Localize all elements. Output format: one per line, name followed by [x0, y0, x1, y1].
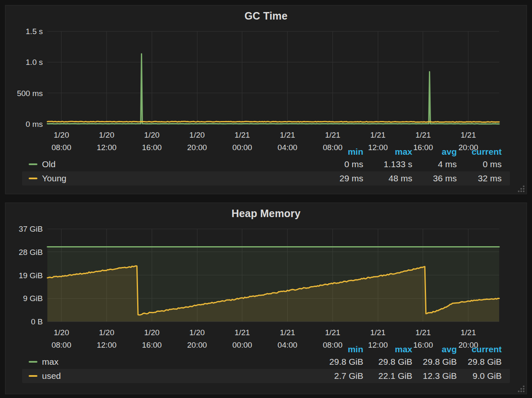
- svg-text:28 GiB: 28 GiB: [19, 248, 43, 257]
- legend-value-current: 0 ms: [457, 159, 502, 169]
- legend-value-current: 29.8 GiB: [457, 357, 502, 367]
- svg-text:1/21: 1/21: [370, 328, 386, 337]
- legend-value-max: 48 ms: [363, 173, 412, 183]
- svg-text:1/21: 1/21: [325, 328, 340, 337]
- svg-text:1/20: 1/20: [144, 131, 160, 139]
- series-Old: [47, 54, 499, 124]
- y-axis-labels: 0 ms500 ms1.0 s1.5 s: [17, 27, 43, 129]
- legend-header-current[interactable]: current: [457, 147, 502, 157]
- svg-text:1/20: 1/20: [190, 131, 205, 139]
- legend-value-avg: 12.3 GiB: [412, 371, 457, 381]
- heap-memory-chart[interactable]: 0 B9 GiB19 GiB28 GiB37 GiB1/2008:001/201…: [5, 203, 527, 353]
- svg-text:1/20: 1/20: [144, 328, 160, 337]
- svg-text:1/21: 1/21: [234, 328, 250, 337]
- series-color-swatch[interactable]: [29, 178, 37, 179]
- legend-value-min: 0 ms: [313, 159, 363, 169]
- legend-header-avg[interactable]: avg: [412, 344, 457, 354]
- panel-gc-time: GC Time 0 ms500 ms1.0 s1.5 s1/2008:001/2…: [5, 5, 527, 194]
- svg-text:1/20: 1/20: [54, 328, 69, 337]
- svg-text:9 GiB: 9 GiB: [23, 294, 43, 303]
- series-color-swatch[interactable]: [29, 375, 37, 377]
- legend-row-Young: Young29 ms48 ms36 ms32 ms: [22, 171, 510, 185]
- legend-value-avg: 36 ms: [412, 173, 457, 183]
- svg-text:1/21: 1/21: [280, 328, 295, 337]
- legend-header-current[interactable]: current: [457, 344, 502, 354]
- svg-text:500 ms: 500 ms: [17, 89, 43, 98]
- legend-value-max: 1.133 s: [363, 159, 412, 169]
- legend-row-max: max29.8 GiB29.8 GiB29.8 GiB29.8 GiB: [22, 355, 510, 369]
- legend-value-max: 29.8 GiB: [363, 357, 412, 367]
- series-Young: [47, 121, 499, 122]
- svg-text:1/21: 1/21: [280, 131, 295, 139]
- svg-text:1/21: 1/21: [415, 131, 431, 139]
- svg-text:1/21: 1/21: [234, 131, 250, 139]
- svg-text:1/21: 1/21: [461, 328, 476, 337]
- legend-value-current: 32 ms: [457, 173, 502, 183]
- legend-series-max[interactable]: max: [29, 357, 313, 367]
- series-color-swatch[interactable]: [29, 163, 37, 165]
- svg-text:1/20: 1/20: [99, 328, 114, 337]
- legend-header-min[interactable]: min: [313, 344, 363, 354]
- panel-resize-handle-icon[interactable]: [518, 185, 525, 192]
- panel-heap-memory: Heap Memory 0 B9 GiB19 GiB28 GiB37 GiB1/…: [5, 203, 527, 394]
- legend-series-Old[interactable]: Old: [29, 159, 313, 169]
- legend-value-max: 22.1 GiB: [363, 371, 412, 381]
- svg-text:1/21: 1/21: [415, 328, 431, 337]
- gc-time-chart[interactable]: 0 ms500 ms1.0 s1.5 s1/2008:001/2012:001/…: [5, 5, 527, 155]
- legend-header-max[interactable]: max: [363, 147, 412, 157]
- legend-series-label: used: [42, 371, 61, 381]
- legend-header-row: minmaxavgcurrent: [22, 344, 510, 355]
- legend-series-label: max: [42, 357, 59, 367]
- legend-value-avg: 29.8 GiB: [412, 357, 457, 367]
- legend-header-min[interactable]: min: [313, 147, 363, 157]
- grid-lines: [47, 31, 499, 124]
- legend-series-used[interactable]: used: [29, 371, 313, 381]
- legend-series-label: Old: [42, 159, 56, 169]
- svg-text:0 ms: 0 ms: [26, 120, 43, 129]
- legend-row-Old: Old0 ms1.133 s4 ms0 ms: [22, 157, 510, 171]
- legend-value-current: 9.0 GiB: [457, 371, 502, 381]
- grafana-dashboard: { "page": {"background": "#131313"}, "co…: [0, 0, 532, 398]
- y-axis-labels: 0 B9 GiB19 GiB28 GiB37 GiB: [19, 225, 43, 326]
- panel-title[interactable]: GC Time: [5, 5, 527, 22]
- svg-text:0 B: 0 B: [31, 317, 43, 326]
- panel-resize-handle-icon[interactable]: [518, 386, 525, 392]
- legend-header-max[interactable]: max: [363, 344, 412, 354]
- legend-header-avg[interactable]: avg: [412, 147, 457, 157]
- svg-text:1.0 s: 1.0 s: [26, 58, 43, 67]
- legend-value-avg: 4 ms: [412, 159, 457, 169]
- legend-value-min: 29 ms: [313, 173, 363, 183]
- svg-text:1.5 s: 1.5 s: [26, 27, 43, 36]
- legend-series-label: Young: [42, 173, 66, 183]
- legend-value-min: 29.8 GiB: [313, 357, 363, 367]
- panel-title[interactable]: Heap Memory: [5, 203, 527, 220]
- svg-text:1/21: 1/21: [325, 131, 340, 139]
- legend-table: minmaxavgcurrentmax29.8 GiB29.8 GiB29.8 …: [22, 344, 510, 383]
- svg-text:1/21: 1/21: [461, 131, 476, 139]
- svg-text:1/20: 1/20: [190, 328, 205, 337]
- legend-value-min: 2.7 GiB: [313, 371, 363, 381]
- svg-text:37 GiB: 37 GiB: [19, 225, 43, 233]
- series-color-swatch[interactable]: [29, 361, 37, 363]
- svg-text:1/20: 1/20: [99, 131, 114, 139]
- svg-text:1/21: 1/21: [370, 131, 386, 139]
- svg-text:1/20: 1/20: [54, 131, 69, 139]
- legend-header-row: minmaxavgcurrent: [22, 146, 510, 157]
- legend-table: minmaxavgcurrentOld0 ms1.133 s4 ms0 msYo…: [22, 146, 510, 185]
- legend-row-used: used2.7 GiB22.1 GiB12.3 GiB9.0 GiB: [22, 369, 510, 383]
- legend-series-Young[interactable]: Young: [29, 173, 313, 183]
- svg-text:19 GiB: 19 GiB: [19, 271, 43, 280]
